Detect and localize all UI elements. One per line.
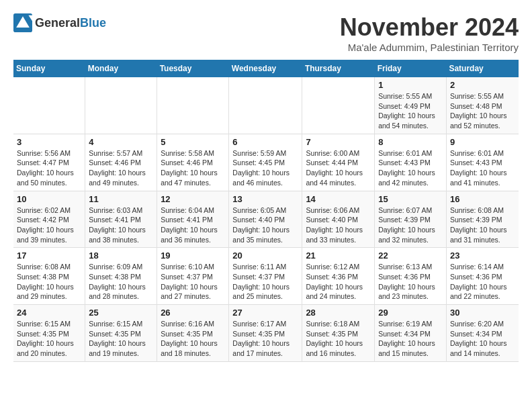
day-info: Sunrise: 6:10 AMSunset: 4:37 PMDaylight:… (161, 262, 225, 302)
day-number: 4 (89, 137, 153, 147)
day-info: Sunrise: 6:18 AMSunset: 4:35 PMDaylight:… (306, 319, 371, 359)
day-info: Sunrise: 6:06 AMSunset: 4:40 PMDaylight:… (306, 205, 371, 245)
calendar-cell: 12Sunrise: 6:04 AMSunset: 4:41 PMDayligh… (157, 191, 229, 248)
day-number: 7 (306, 137, 371, 147)
day-info-line: Daylight: 10 hours and 15 minutes. (378, 339, 435, 357)
calendar-cell: 9Sunrise: 6:01 AMSunset: 4:43 PMDaylight… (446, 134, 519, 191)
calendar-cell: 18Sunrise: 6:09 AMSunset: 4:38 PMDayligh… (85, 248, 157, 305)
day-info-line: Sunset: 4:48 PM (450, 102, 502, 110)
day-info-line: Sunrise: 6:03 AM (89, 206, 142, 214)
calendar-cell (85, 77, 157, 134)
calendar-cell: 30Sunrise: 6:20 AMSunset: 4:34 PMDayligh… (446, 305, 519, 362)
calendar-cell: 20Sunrise: 6:11 AMSunset: 4:37 PMDayligh… (229, 248, 302, 305)
day-info-line: Sunrise: 6:16 AM (161, 320, 214, 328)
day-info-line: Sunset: 4:35 PM (17, 330, 69, 338)
day-info-line: Sunrise: 5:58 AM (161, 149, 214, 157)
day-number: 26 (161, 308, 225, 318)
day-info-line: Daylight: 10 hours and 36 minutes. (161, 226, 218, 244)
day-info-line: Daylight: 10 hours and 22 minutes. (450, 283, 507, 301)
calendar-cell: 4Sunrise: 5:57 AMSunset: 4:46 PMDaylight… (85, 134, 157, 191)
day-info-line: Daylight: 10 hours and 25 minutes. (232, 283, 290, 301)
weekday-header: Tuesday (157, 60, 229, 77)
calendar-week-row: 1Sunrise: 5:55 AMSunset: 4:49 PMDaylight… (13, 77, 519, 134)
day-info-line: Sunrise: 6:12 AM (306, 263, 359, 271)
day-number: 18 (89, 250, 153, 261)
day-info: Sunrise: 6:09 AMSunset: 4:38 PMDaylight:… (89, 262, 153, 302)
calendar-table: SundayMondayTuesdayWednesdayThursdayFrid… (13, 60, 519, 362)
calendar-body: 1Sunrise: 5:55 AMSunset: 4:49 PMDaylight… (13, 77, 519, 361)
day-info: Sunrise: 6:19 AMSunset: 4:34 PMDaylight:… (378, 319, 443, 359)
weekday-header: Thursday (302, 60, 375, 77)
day-info-line: Sunset: 4:35 PM (161, 330, 213, 338)
day-number: 10 (17, 194, 81, 204)
day-info-line: Daylight: 10 hours and 42 minutes. (378, 169, 435, 187)
day-info: Sunrise: 6:02 AMSunset: 4:42 PMDaylight:… (17, 205, 81, 245)
day-info: Sunrise: 6:03 AMSunset: 4:41 PMDaylight:… (89, 205, 153, 245)
logo-text-general: General (35, 16, 80, 30)
day-number: 6 (232, 137, 298, 147)
day-info-line: Sunset: 4:42 PM (17, 216, 69, 224)
day-info-line: Daylight: 10 hours and 28 minutes. (89, 283, 146, 301)
day-info: Sunrise: 5:57 AMSunset: 4:46 PMDaylight:… (89, 148, 153, 188)
day-info-line: Sunrise: 6:20 AM (450, 320, 504, 328)
day-info-line: Sunset: 4:41 PM (89, 216, 141, 224)
day-info-line: Sunrise: 6:04 AM (161, 206, 214, 214)
day-number: 21 (306, 250, 371, 261)
calendar-cell: 17Sunrise: 6:08 AMSunset: 4:38 PMDayligh… (13, 248, 85, 305)
day-info-line: Sunrise: 6:01 AM (378, 149, 432, 157)
day-number: 17 (17, 250, 81, 261)
logo: GeneralBlue (13, 13, 106, 32)
header-row: SundayMondayTuesdayWednesdayThursdayFrid… (13, 60, 519, 77)
day-info-line: Sunset: 4:35 PM (306, 330, 358, 338)
day-number: 20 (232, 250, 298, 261)
day-info-line: Sunrise: 6:14 AM (450, 263, 504, 271)
month-title: November 2024 (340, 13, 519, 42)
day-info-line: Sunrise: 6:07 AM (378, 206, 432, 214)
day-info-line: Sunset: 4:46 PM (89, 158, 141, 167)
day-info: Sunrise: 6:08 AMSunset: 4:38 PMDaylight:… (17, 262, 81, 302)
day-info-line: Sunrise: 6:09 AM (89, 263, 142, 271)
day-info: Sunrise: 6:08 AMSunset: 4:39 PMDaylight:… (450, 205, 515, 245)
calendar-week-row: 24Sunrise: 6:15 AMSunset: 4:35 PMDayligh… (13, 305, 519, 362)
day-info: Sunrise: 5:55 AMSunset: 4:49 PMDaylight:… (378, 91, 443, 131)
day-info: Sunrise: 6:07 AMSunset: 4:39 PMDaylight:… (378, 205, 443, 245)
calendar-cell: 13Sunrise: 6:05 AMSunset: 4:40 PMDayligh… (229, 191, 302, 248)
calendar-cell: 22Sunrise: 6:13 AMSunset: 4:36 PMDayligh… (375, 248, 447, 305)
calendar-week-row: 3Sunrise: 5:56 AMSunset: 4:47 PMDaylight… (13, 134, 519, 191)
calendar-cell: 27Sunrise: 6:17 AMSunset: 4:35 PMDayligh… (229, 305, 302, 362)
logo-text-blue: Blue (80, 16, 106, 30)
day-info-line: Daylight: 10 hours and 18 minutes. (161, 339, 218, 357)
calendar-cell: 15Sunrise: 6:07 AMSunset: 4:39 PMDayligh… (375, 191, 447, 248)
calendar-cell: 10Sunrise: 6:02 AMSunset: 4:42 PMDayligh… (13, 191, 85, 248)
day-info-line: Sunset: 4:34 PM (450, 330, 502, 338)
day-info-line: Sunset: 4:43 PM (450, 158, 502, 167)
calendar-cell (157, 77, 229, 134)
day-info-line: Sunset: 4:44 PM (306, 158, 358, 167)
day-number: 19 (161, 250, 225, 261)
day-number: 15 (378, 194, 443, 204)
day-number: 2 (450, 80, 515, 90)
day-info-line: Sunset: 4:35 PM (232, 330, 285, 338)
calendar-header: SundayMondayTuesdayWednesdayThursdayFrid… (13, 60, 519, 77)
day-number: 12 (161, 194, 225, 204)
calendar-cell: 19Sunrise: 6:10 AMSunset: 4:37 PMDayligh… (157, 248, 229, 305)
day-info-line: Sunset: 4:49 PM (378, 102, 431, 110)
day-info-line: Sunset: 4:40 PM (232, 216, 285, 224)
weekday-header: Monday (85, 60, 157, 77)
page-header: GeneralBlue November 2024 Ma'ale Adummim… (13, 13, 519, 53)
day-info-line: Daylight: 10 hours and 52 minutes. (450, 111, 507, 130)
day-info-line: Sunrise: 6:15 AM (17, 320, 71, 328)
day-info-line: Daylight: 10 hours and 35 minutes. (232, 226, 290, 244)
day-info-line: Sunset: 4:36 PM (306, 273, 358, 281)
day-info: Sunrise: 6:20 AMSunset: 4:34 PMDaylight:… (450, 319, 515, 359)
calendar-cell: 3Sunrise: 5:56 AMSunset: 4:47 PMDaylight… (13, 134, 85, 191)
day-info-line: Sunrise: 6:05 AM (232, 206, 286, 214)
day-info-line: Sunrise: 6:06 AM (306, 206, 359, 214)
day-info-line: Daylight: 10 hours and 47 minutes. (161, 169, 218, 187)
logo-icon (13, 13, 32, 32)
calendar-cell: 25Sunrise: 6:15 AMSunset: 4:35 PMDayligh… (85, 305, 157, 362)
day-info-line: Daylight: 10 hours and 31 minutes. (450, 226, 507, 244)
day-info-line: Sunset: 4:40 PM (306, 216, 358, 224)
day-number: 23 (450, 250, 515, 261)
day-info-line: Daylight: 10 hours and 46 minutes. (232, 169, 290, 187)
